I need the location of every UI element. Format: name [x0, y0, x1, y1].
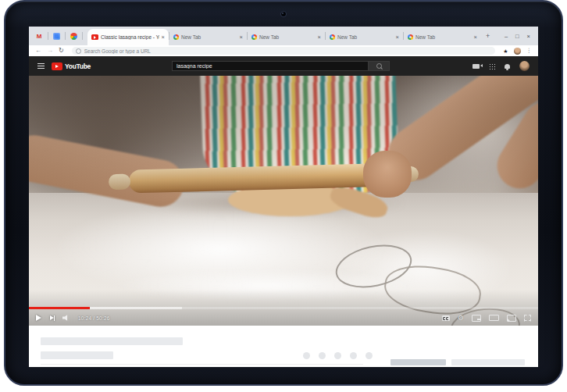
- tab-separator: [48, 32, 48, 40]
- video-meta-placeholder: [41, 351, 113, 359]
- address-bar: ← → ↻ ★ ⋮: [29, 45, 538, 56]
- tab-separator: [169, 32, 169, 40]
- tab-separator: [325, 32, 326, 40]
- action-button-placeholder: [319, 352, 326, 359]
- youtube-search-input[interactable]: [172, 61, 369, 71]
- youtube-play-icon: [52, 62, 62, 70]
- create-video-icon[interactable]: [472, 64, 480, 69]
- window-maximize-button[interactable]: □: [515, 33, 519, 40]
- tab-close-icon[interactable]: ×: [318, 34, 321, 41]
- window-minimize-button[interactable]: –: [505, 33, 508, 40]
- divider: [41, 364, 363, 365]
- browser-menu-icon[interactable]: ⋮: [526, 48, 533, 54]
- tab-title: Classic lasagna recipe - YouT: [101, 34, 159, 40]
- youtube-favicon: [91, 34, 98, 40]
- search-icon: [376, 63, 382, 69]
- volume-icon[interactable]: [62, 315, 70, 321]
- tab-separator: [247, 32, 248, 40]
- action-button-placeholder: [350, 352, 357, 359]
- player-right-controls: ⚙: [442, 315, 531, 322]
- omnibox[interactable]: [72, 47, 496, 55]
- youtube-search-button[interactable]: [369, 61, 390, 71]
- pinned-extension-icon[interactable]: [70, 33, 77, 40]
- tablet-device-frame: M Classic lasagna recipe - YouT × New Ta…: [4, 0, 563, 386]
- notifications-icon[interactable]: [505, 64, 510, 69]
- fullscreen-button[interactable]: [524, 315, 531, 322]
- pinned-tabs: M: [35, 27, 87, 45]
- next-button[interactable]: [50, 315, 54, 320]
- tab-close-icon[interactable]: ×: [396, 34, 399, 41]
- action-button-placeholder: [366, 352, 373, 359]
- tab-new-tab-3[interactable]: New Tab ×: [326, 29, 403, 45]
- google-favicon: [408, 34, 413, 40]
- time-display: 10:24 / 50:26: [78, 315, 110, 321]
- action-button-placeholder: [334, 352, 341, 359]
- reload-icon[interactable]: ↻: [59, 48, 64, 54]
- hamburger-menu-icon[interactable]: [37, 62, 45, 69]
- secondary-button-placeholder: [451, 359, 525, 365]
- search-engine-icon: [76, 48, 81, 54]
- video-player[interactable]: 10:24 / 50:26 ⚙: [29, 76, 538, 326]
- tab-title: New Tab: [337, 34, 394, 40]
- youtube-header-actions: [472, 61, 530, 71]
- window-close-button[interactable]: ×: [527, 33, 530, 40]
- gmail-icon[interactable]: M: [35, 33, 43, 40]
- subscribe-button-placeholder: [390, 359, 446, 365]
- tab-new-tab-2[interactable]: New Tab ×: [248, 29, 325, 45]
- youtube-logo-text: YouTube: [65, 62, 91, 70]
- new-tab-button[interactable]: +: [481, 32, 494, 40]
- tab-separator: [82, 32, 83, 40]
- tab-youtube[interactable]: Classic lasagna recipe - YouT ×: [87, 29, 169, 45]
- tab-separator: [403, 32, 404, 40]
- tab-close-icon[interactable]: ×: [162, 34, 165, 41]
- browser-profile-avatar[interactable]: [514, 48, 521, 55]
- tab-strip: M Classic lasagna recipe - YouT × New Ta…: [29, 27, 538, 45]
- window-controls: – □ ×: [497, 27, 538, 45]
- tab-title: New Tab: [259, 34, 316, 40]
- progress-played: [29, 307, 90, 309]
- url-input[interactable]: [84, 47, 492, 55]
- tab-title: New Tab: [181, 34, 237, 40]
- google-favicon: [251, 34, 257, 40]
- page-background: M Classic lasagna recipe - YouT × New Ta…: [0, 0, 567, 392]
- play-button[interactable]: [36, 315, 41, 321]
- webcam-icon: [280, 11, 287, 17]
- tab-separator: [65, 32, 66, 40]
- scene-vignette: [29, 76, 538, 326]
- apps-grid-icon[interactable]: [489, 63, 495, 69]
- youtube-header: YouTube: [29, 56, 538, 76]
- tab-new-tab-1[interactable]: New Tab ×: [169, 29, 247, 45]
- action-button-placeholder: [303, 352, 310, 359]
- google-favicon: [330, 34, 335, 40]
- browser-window: M Classic lasagna recipe - YouT × New Ta…: [29, 27, 538, 367]
- video-title-placeholder: [41, 337, 183, 345]
- tab-new-tab-4[interactable]: New Tab ×: [404, 29, 481, 45]
- cast-button[interactable]: [507, 315, 516, 322]
- pinned-app-icon[interactable]: [53, 33, 60, 40]
- back-icon[interactable]: ←: [35, 48, 41, 54]
- player-controls: 10:24 / 50:26 ⚙: [29, 310, 538, 326]
- page-content-skeleton: [29, 326, 538, 367]
- youtube-logo[interactable]: YouTube: [52, 62, 91, 70]
- tab-title: New Tab: [415, 34, 472, 40]
- captions-button[interactable]: [442, 315, 450, 321]
- video-frame-kitchen-scene: [29, 76, 538, 326]
- miniplayer-button[interactable]: [472, 315, 481, 322]
- settings-gear-icon[interactable]: ⚙: [458, 315, 464, 322]
- forward-icon[interactable]: →: [47, 48, 53, 54]
- tab-close-icon[interactable]: ×: [474, 34, 477, 41]
- theater-mode-button[interactable]: [489, 315, 499, 321]
- tab-close-icon[interactable]: ×: [240, 34, 243, 41]
- progress-bar[interactable]: [29, 307, 538, 309]
- extension-icon[interactable]: ★: [503, 48, 508, 54]
- google-favicon: [173, 34, 179, 40]
- youtube-avatar[interactable]: [519, 61, 530, 71]
- youtube-search: [172, 61, 390, 71]
